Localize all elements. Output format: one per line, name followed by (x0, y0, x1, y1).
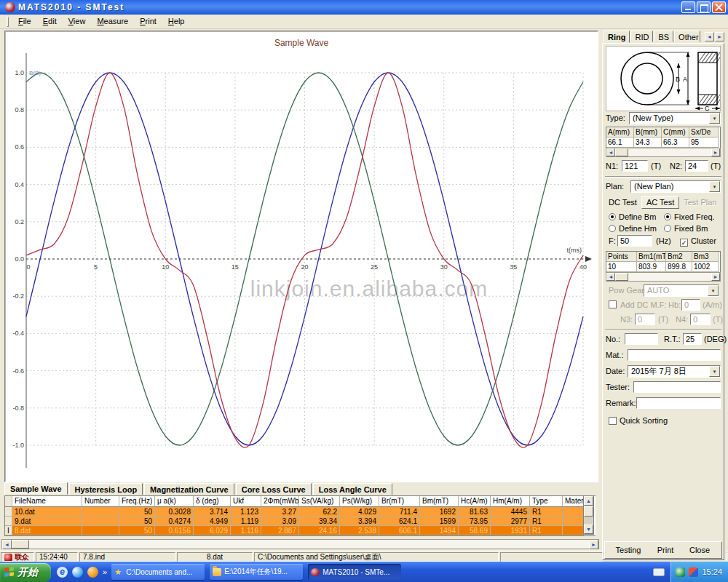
tab-loss-angle-curve[interactable]: Loss Angle Curve (313, 483, 392, 495)
scroll-right-icon[interactable]: ► (589, 540, 598, 549)
browser-orange-icon[interactable] (87, 567, 98, 578)
tab-other[interactable]: Other (674, 31, 700, 42)
points-data-row[interactable]: 10803.9899.81002 (606, 262, 720, 272)
scroll-left-icon[interactable]: ◄ (606, 148, 615, 156)
column-header-a-k[interactable]: μ a(k) (155, 496, 194, 507)
checkbox-icon[interactable] (609, 417, 617, 425)
chevron-down-icon[interactable] (709, 113, 720, 124)
tray-icon-2[interactable] (689, 567, 698, 577)
quick-launch-overflow[interactable]: » (103, 567, 107, 576)
menu-measure[interactable]: Measure (91, 15, 134, 28)
checkbox-icon[interactable] (680, 239, 688, 247)
type-select[interactable]: (New Type) (629, 112, 721, 124)
tab-bs[interactable]: BS (654, 31, 673, 42)
scroll-right-icon[interactable]: ► (711, 148, 720, 156)
menu-file[interactable]: File (12, 15, 37, 28)
tab-ac-test[interactable]: AC Test (641, 196, 679, 209)
column-header-hc-a-m[interactable]: Hc(A/m) (459, 496, 491, 507)
column-header-deg[interactable]: δ (deg) (194, 496, 231, 507)
taskbar-button-0[interactable]: ★C:\Documents and... (111, 564, 205, 580)
row-selector[interactable] (5, 507, 12, 517)
tester-field[interactable] (633, 381, 721, 393)
radio-define-bm[interactable]: Define Bm (609, 211, 664, 223)
chevron-down-icon[interactable] (709, 366, 720, 377)
mat-field[interactable] (628, 349, 721, 361)
radio-icon[interactable] (664, 225, 671, 232)
start-button[interactable]: 开始 (0, 563, 51, 582)
tab-hysteresis-loop[interactable]: Hysteresis Loop (69, 483, 143, 495)
rt-field[interactable]: 25 (683, 333, 702, 345)
column-header-type[interactable]: Type (530, 496, 563, 507)
maximize-button[interactable] (697, 1, 711, 13)
quick-sorting-checkbox[interactable]: Quick Sorting (609, 415, 668, 426)
plan-select[interactable]: (New Plan) (630, 180, 721, 193)
tab-dc-test[interactable]: DC Test (604, 197, 641, 208)
msn-icon[interactable] (72, 567, 83, 578)
scroll-right-icon[interactable]: ► (711, 273, 720, 281)
tab-sample-wave[interactable]: Sample Wave (4, 482, 68, 495)
column-header-hm-a-m[interactable]: Hm(A/m) (491, 496, 530, 507)
table-vertical-scrollbar[interactable]: ▲ ▼ (583, 495, 594, 535)
column-header-freq-hz[interactable]: Freq.(Hz) (119, 496, 155, 507)
tab-core-loss-curve[interactable]: Core Loss Curve (236, 483, 312, 495)
scroll-thumb[interactable] (584, 506, 593, 517)
column-header-ps-w-kg[interactable]: Ps(W/kg) (340, 496, 379, 507)
scroll-thumb[interactable] (12, 540, 29, 549)
radio-icon[interactable] (664, 213, 671, 220)
row-selector[interactable]: I (5, 526, 12, 535)
column-header-2-m-mwb[interactable]: 2Φm(mWb) (261, 496, 299, 507)
close-button[interactable] (712, 1, 726, 13)
cluster-checkbox[interactable]: Cluster (680, 235, 716, 247)
column-header-ukf[interactable]: Ukf (231, 496, 261, 507)
table-row-9-dat[interactable]: 9.dat500.42744.9491.1193.0939.343.394624… (5, 517, 596, 526)
close-button[interactable]: Close (682, 544, 717, 557)
column-header-filename[interactable]: FileName (12, 496, 82, 507)
tab-rid[interactable]: RID (630, 31, 653, 42)
dims-data-row[interactable]: 66.134.366.395 (606, 137, 720, 148)
mat-label: Mat.: (606, 349, 623, 361)
row-selector[interactable] (5, 517, 12, 526)
n1-field[interactable]: 121 (622, 160, 648, 172)
frequency-field[interactable]: 50 (617, 235, 652, 247)
column-header-number[interactable]: Number (82, 496, 119, 507)
remark-field[interactable] (636, 397, 721, 409)
menu-view[interactable]: View (63, 15, 92, 28)
column-header-ss-va-kg[interactable]: Ss(VA/kg) (299, 496, 340, 507)
radio-fixed-freq[interactable]: Fixed Freq. (664, 211, 721, 223)
scroll-left-icon[interactable]: ◄ (606, 273, 615, 281)
menu-edit[interactable]: Edit (37, 15, 63, 28)
scroll-up-icon[interactable]: ▲ (584, 496, 593, 506)
menu-print[interactable]: Print (134, 15, 162, 28)
points-scrollbar[interactable]: ◄► (606, 272, 721, 282)
column-header-bm-mt[interactable]: Bm(mT) (420, 496, 459, 507)
tab-scroll-right-icon[interactable]: ► (715, 32, 724, 41)
scroll-left-icon[interactable]: ◄ (2, 540, 12, 549)
radio-define-hm[interactable]: Define Hm (609, 223, 664, 234)
minimize-button[interactable] (681, 1, 695, 13)
column-header-br-mt[interactable]: Br(mT) (379, 496, 420, 507)
ie-icon[interactable]: e (57, 567, 68, 578)
scroll-down-icon[interactable]: ▼ (584, 525, 593, 534)
radio-fixed-bm[interactable]: Fixed Bm (664, 223, 721, 234)
taskbar-button-2[interactable]: MATS2010 - SMTe... (308, 564, 401, 580)
no-field[interactable] (625, 333, 658, 345)
table-row-10-dat[interactable]: 10.dat500.30283.7141.1233.2762.24.029711… (5, 507, 596, 517)
dims-scrollbar[interactable]: ◄► (606, 148, 721, 157)
tab-ring[interactable]: Ring (604, 31, 630, 43)
tab-scroll-left-icon[interactable]: ◄ (705, 32, 714, 41)
taskbar-button-1[interactable]: E:\2014年任务\19... (210, 564, 303, 580)
table-row-8-dat[interactable]: I8.dat500.61566.0291.1162.88724.162.5386… (5, 526, 596, 535)
testing-button[interactable]: Testing (609, 544, 647, 557)
tab-magnetization-curve[interactable]: Magnetization Curve (144, 483, 234, 495)
tray-icon-1[interactable] (676, 567, 685, 577)
radio-icon[interactable] (609, 225, 616, 232)
column-header-materi[interactable]: Materi (563, 496, 584, 507)
keyboard-layout-icon[interactable] (653, 568, 665, 576)
n2-field[interactable]: 24 (685, 160, 708, 172)
date-select[interactable]: 2015年 7月 8日 (628, 365, 721, 378)
radio-icon[interactable] (609, 213, 616, 220)
chevron-down-icon[interactable] (709, 181, 720, 192)
menu-help[interactable]: Help (162, 15, 191, 28)
table-horizontal-scrollbar[interactable]: ◄ ► (1, 539, 599, 549)
print-button[interactable]: Print (650, 544, 681, 557)
